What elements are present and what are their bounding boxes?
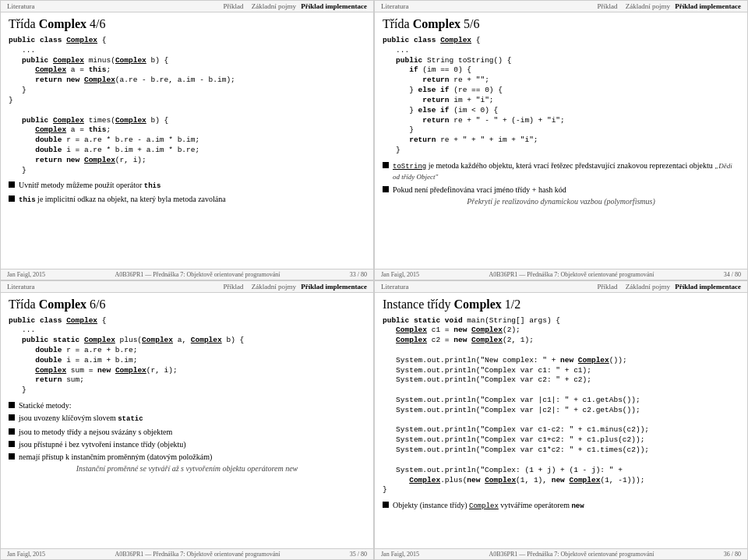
bullet-sq-tr-2 bbox=[383, 186, 389, 192]
nav-literatura-tr[interactable]: Literatura bbox=[381, 2, 408, 10]
bullet-sq-bl-1 bbox=[9, 402, 15, 408]
bullet-sq-bl-2 bbox=[9, 414, 15, 421]
nav-active-br: Příklad implementace bbox=[675, 283, 741, 291]
footer-right-tl: 33 / 80 bbox=[350, 271, 367, 278]
nav-bar-bl: Literatura Příklad Základní pojmy Příkla… bbox=[1, 281, 373, 293]
bullet-sq-tl-1 bbox=[9, 181, 15, 188]
nav-pojmy-tl[interactable]: Základní pojmy bbox=[252, 2, 296, 10]
nav-pojmy-tr[interactable]: Základní pojmy bbox=[626, 2, 670, 10]
nav-pojmy-bl[interactable]: Základní pojmy bbox=[252, 283, 296, 291]
nav-active-tr: Příklad implementace bbox=[675, 2, 741, 10]
nav-priklad-bl[interactable]: Příklad bbox=[224, 283, 244, 291]
panel-title-bl: Třída Complex 6/6 bbox=[9, 298, 365, 312]
bullet-item-br-1: Objekty (instance třídy) Complex vytváří… bbox=[383, 500, 739, 512]
bullet-sq-bl-4 bbox=[9, 441, 15, 447]
nav-pojmy-br[interactable]: Základní pojmy bbox=[626, 283, 670, 291]
bullet-sq-bl-5 bbox=[9, 453, 15, 460]
bullet-item-bl-1: Statické metody: bbox=[9, 400, 365, 410]
footer-left-bl: Jan Faigl, 2015 bbox=[7, 551, 45, 558]
footer-center-bl: A0B36PR1 — Přednáška 7: Objektově orient… bbox=[115, 551, 280, 558]
code-block-tl: public class Complex { ... public Comple… bbox=[9, 36, 365, 175]
panel-top-right: Literatura Příklad Základní pojmy Příkla… bbox=[374, 0, 748, 280]
bullet-item-bl-2: jsou uvozeny klíčovým slovem static bbox=[9, 413, 365, 424]
nav-literatura-bl[interactable]: Literatura bbox=[7, 283, 34, 291]
bullet-item-tl-1: Uvnitř metody můžeme použít operátor thi… bbox=[9, 180, 365, 192]
code-block-tr: public class Complex { ... public String… bbox=[383, 36, 739, 156]
footer-center-tr: A0B36PR1 — Přednáška 7: Objektově orient… bbox=[489, 271, 654, 278]
panel-title-tl: Třída Complex 4/6 bbox=[9, 17, 365, 31]
panel-content-br: Instance třídy Complex 1/2 public static… bbox=[375, 293, 747, 549]
footer-tr: Jan Faigl, 2015 A0B36PR1 — Přednáška 7: … bbox=[375, 269, 747, 280]
footer-br: Jan Faigl, 2015 A0B36PR1 — Přednáška 7: … bbox=[375, 548, 747, 559]
panel-content-tr: Třída Complex 5/6 public class Complex {… bbox=[375, 12, 747, 269]
panel-bottom-left: Literatura Příklad Základní pojmy Příkla… bbox=[0, 280, 374, 561]
footer-right-bl: 35 / 80 bbox=[350, 551, 367, 558]
nav-priklad-br[interactable]: Příklad bbox=[598, 283, 618, 291]
bullet-list-br: Objekty (instance třídy) Complex vytváří… bbox=[383, 500, 739, 512]
nav-active-tl: Příklad implementace bbox=[301, 2, 367, 10]
code-block-br: public static void main(String[] args) {… bbox=[383, 316, 739, 496]
footer-right-br: 36 / 80 bbox=[724, 551, 741, 558]
nav-bar-tr: Literatura Příklad Základní pojmy Příkla… bbox=[375, 1, 747, 12]
code-block-bl: public class Complex { ... public static… bbox=[9, 316, 365, 396]
bullet-sq-tr-1 bbox=[383, 162, 389, 168]
bullet-list-tr: toString je metoda každého objektu, kter… bbox=[383, 160, 739, 195]
bullet-sq-bl-3 bbox=[9, 428, 15, 435]
nav-priklad-tl[interactable]: Příklad bbox=[224, 2, 244, 10]
bullet-item-tr-2: Pokud není předefinována vrací jméno tří… bbox=[383, 185, 739, 195]
bullet-item-tr-1: toString je metoda každého objektu, kter… bbox=[383, 160, 739, 182]
footer-right-tr: 34 / 80 bbox=[724, 271, 741, 278]
panel-top-left: Literatura Příklad Základní pojmy Příkla… bbox=[0, 0, 374, 280]
nav-active-bl: Příklad implementace bbox=[301, 283, 367, 291]
bullet-item-tl-2: this je implicitní odkaz na objekt, na k… bbox=[9, 194, 365, 206]
bullet-item-bl-5: nemají přístup k instančním proměnným (d… bbox=[9, 452, 365, 462]
panel-title-tr: Třída Complex 5/6 bbox=[383, 17, 739, 31]
nav-bar-br: Literatura Příklad Základní pojmy Příkla… bbox=[375, 281, 747, 293]
footer-left-br: Jan Faigl, 2015 bbox=[381, 551, 419, 558]
bullet-item-bl-4: jsou přístupné i bez vytvoření instance … bbox=[9, 439, 365, 449]
bullet-list-tl: Uvnitř metody můžeme použít operátor thi… bbox=[9, 180, 365, 205]
nav-priklad-tr[interactable]: Příklad bbox=[598, 2, 618, 10]
footer-center-br: A0B36PR1 — Přednáška 7: Objektově orient… bbox=[489, 551, 654, 558]
nav-literatura-br[interactable]: Literatura bbox=[381, 283, 408, 291]
footer-center-tl: A0B36PR1 — Přednáška 7: Objektově orient… bbox=[115, 271, 280, 278]
panel-content-bl: Třída Complex 6/6 public class Complex {… bbox=[1, 293, 373, 549]
panel-subtitle-bl: Instanční proměnné se vytváří až s vytvo… bbox=[9, 464, 365, 473]
bullet-sq-br-1 bbox=[383, 502, 389, 508]
footer-tl: Jan Faigl, 2015 A0B36PR1 — Přednáška 7: … bbox=[1, 269, 373, 280]
footer-left-tl: Jan Faigl, 2015 bbox=[7, 271, 45, 278]
bullet-sq-tl-2 bbox=[9, 195, 15, 202]
page-grid: Literatura Příklad Základní pojmy Příkla… bbox=[0, 0, 748, 560]
nav-literatura-tl[interactable]: Literatura bbox=[7, 2, 34, 10]
panel-bottom-right: Literatura Příklad Základní pojmy Příkla… bbox=[374, 280, 748, 561]
panel-subtitle-tr: Překrytí je realizováno dynamickou vazbo… bbox=[383, 197, 739, 206]
nav-bar-tl: Literatura Příklad Základní pojmy Příkla… bbox=[1, 1, 373, 12]
footer-bl: Jan Faigl, 2015 A0B36PR1 — Přednáška 7: … bbox=[1, 548, 373, 559]
panel-content-tl: Třída Complex 4/6 public class Complex {… bbox=[1, 12, 373, 269]
bullet-item-bl-3: jsou to metody třídy a nejsou svázány s … bbox=[9, 427, 365, 437]
bullet-list-bl: Statické metody: jsou uvozeny klíčovým s… bbox=[9, 400, 365, 462]
footer-left-tr: Jan Faigl, 2015 bbox=[381, 271, 419, 278]
panel-title-br: Instance třídy Complex 1/2 bbox=[383, 298, 739, 312]
